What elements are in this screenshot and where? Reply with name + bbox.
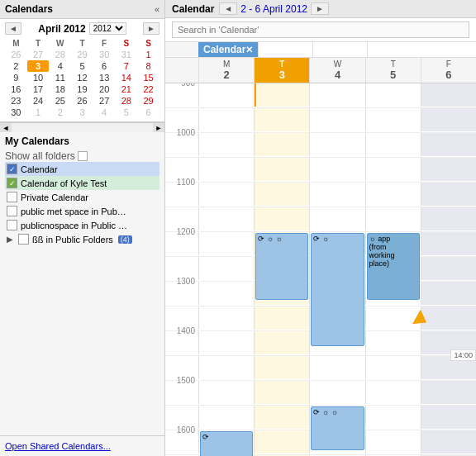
day-header-cell[interactable]: T3: [254, 58, 309, 83]
cal-item-checkbox[interactable]: ✓: [7, 164, 17, 174]
collapse-button[interactable]: «: [155, 4, 159, 14]
time-cell[interactable]: [421, 406, 476, 429]
time-cell[interactable]: ⟳ ☼ ☼: [254, 232, 309, 255]
cal-scroll-right-btn[interactable]: ►: [153, 123, 164, 133]
mini-cal-day[interactable]: 3: [27, 60, 50, 72]
time-cell[interactable]: 14:00: [421, 331, 476, 354]
time-cell[interactable]: [254, 133, 309, 156]
mini-cal-day[interactable]: 27: [27, 49, 50, 60]
cal-item-checkbox[interactable]: [7, 220, 17, 230]
calendar-event[interactable]: ⟳ ☼: [311, 233, 364, 346]
mini-cal-day[interactable]: 23: [5, 95, 27, 107]
mini-cal-day[interactable]: 4: [49, 60, 71, 72]
mini-cal-day[interactable]: 17: [27, 83, 50, 95]
calendar-list-item[interactable]: public met space in Public F: [5, 204, 159, 218]
time-cell[interactable]: [365, 306, 421, 330]
time-cell[interactable]: [421, 83, 476, 107]
mini-cal-day[interactable]: 24: [27, 95, 50, 107]
mini-cal-day[interactable]: 5: [71, 60, 93, 72]
mini-cal-day[interactable]: 15: [137, 72, 159, 83]
mini-cal-day[interactable]: 6: [137, 107, 159, 118]
time-cell[interactable]: [254, 331, 309, 354]
calendar-list-item[interactable]: publicnospace in Public Fol: [5, 218, 159, 232]
time-cell[interactable]: [421, 430, 476, 454]
cal-item-checkbox[interactable]: [18, 234, 29, 245]
mini-cal-day[interactable]: 29: [71, 49, 93, 60]
mini-cal-day[interactable]: 8: [137, 60, 159, 72]
mini-cal-prev-btn[interactable]: ◄: [5, 22, 21, 35]
time-cell[interactable]: [365, 108, 421, 131]
time-cell[interactable]: [198, 306, 254, 330]
time-cell[interactable]: [365, 331, 421, 354]
time-cell[interactable]: [198, 356, 254, 379]
time-cell[interactable]: [309, 158, 364, 181]
mini-cal-day[interactable]: 30: [93, 49, 116, 60]
time-cell[interactable]: [365, 430, 421, 454]
date-prev-btn[interactable]: ◄: [219, 2, 237, 15]
time-cell[interactable]: [309, 83, 364, 107]
calendar-event[interactable]: ☼ app (from working place): [367, 233, 420, 300]
time-cell[interactable]: ☼ app (from working place): [365, 232, 421, 255]
calendar-list-item[interactable]: ▶ßß in Public Folders(4): [5, 232, 159, 246]
cal-close-btn[interactable]: ✕: [245, 45, 253, 55]
mini-cal-day[interactable]: 5: [116, 107, 138, 118]
time-cell[interactable]: [254, 183, 309, 206]
calendar-list-item[interactable]: ✓Calendar: [5, 162, 159, 176]
mini-cal-day[interactable]: 9: [5, 72, 27, 83]
time-cell[interactable]: [421, 133, 476, 156]
time-cell[interactable]: [309, 207, 364, 230]
time-cell[interactable]: [198, 257, 254, 280]
time-cell[interactable]: [365, 381, 421, 404]
mini-cal-day[interactable]: 10: [27, 72, 50, 83]
time-cell[interactable]: [198, 183, 254, 206]
mini-cal-day[interactable]: 27: [93, 95, 116, 107]
time-cell[interactable]: [198, 133, 254, 156]
time-cell[interactable]: [198, 83, 254, 107]
time-cell[interactable]: [309, 108, 364, 131]
search-input[interactable]: [172, 21, 469, 38]
time-cell[interactable]: [365, 183, 421, 206]
time-cell[interactable]: [254, 356, 309, 379]
mini-cal-day[interactable]: 11: [49, 72, 71, 83]
time-cell[interactable]: [254, 306, 309, 330]
time-cell[interactable]: [365, 158, 421, 181]
time-cell[interactable]: [254, 158, 309, 181]
mini-cal-day[interactable]: 25: [49, 95, 71, 107]
cal-item-checkbox[interactable]: [7, 206, 17, 216]
cal-horizontal-scrollbar[interactable]: ◄ ►: [0, 122, 164, 132]
mini-cal-day[interactable]: 31: [116, 49, 138, 60]
date-range-label[interactable]: 2 - 6 April 2012: [240, 3, 307, 15]
time-cell[interactable]: ⟳ ☼: [309, 232, 364, 255]
time-cell[interactable]: [254, 430, 309, 454]
mini-cal-day[interactable]: 16: [5, 83, 27, 95]
mini-cal-day[interactable]: 28: [49, 49, 71, 60]
time-cell[interactable]: [421, 158, 476, 181]
mini-cal-day[interactable]: 12: [71, 72, 93, 83]
calendar-event[interactable]: ⟳: [200, 431, 253, 456]
mini-cal-next-btn[interactable]: ►: [143, 22, 159, 35]
time-cell[interactable]: [198, 232, 254, 255]
time-cell[interactable]: [254, 108, 309, 131]
mini-cal-day[interactable]: 22: [137, 83, 159, 95]
cal-item-checkbox[interactable]: ✓: [7, 178, 17, 188]
mini-cal-year-select[interactable]: 2012: [89, 22, 126, 35]
time-cell[interactable]: [309, 183, 364, 206]
open-shared-calendars[interactable]: Open Shared Calendars...: [0, 435, 164, 456]
time-cell[interactable]: [198, 381, 254, 404]
time-cell[interactable]: [198, 331, 254, 354]
cal-scroll-left-btn[interactable]: ◄: [0, 123, 12, 133]
time-cell[interactable]: [254, 406, 309, 429]
time-cell[interactable]: [198, 282, 254, 305]
mini-cal-day[interactable]: 19: [71, 83, 93, 95]
mini-cal-day[interactable]: 18: [49, 83, 71, 95]
time-cell[interactable]: [254, 83, 309, 107]
calendar-event[interactable]: ⟳ ☼ ☼: [311, 406, 364, 450]
calendar-list-item[interactable]: ✓Calendar of Kyle Test: [5, 176, 159, 190]
mini-cal-day[interactable]: 2: [49, 107, 71, 118]
day-header-cell[interactable]: T5: [365, 58, 421, 83]
time-cell[interactable]: ⟳ ☼ ☼: [309, 406, 364, 429]
time-cell[interactable]: [421, 183, 476, 206]
date-next-btn[interactable]: ►: [311, 2, 329, 15]
calendar-event[interactable]: ⟳ ☼ ☼: [255, 233, 308, 300]
time-cell[interactable]: [365, 356, 421, 379]
